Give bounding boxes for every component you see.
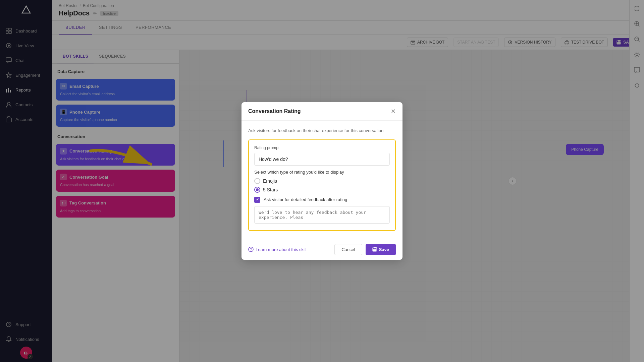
modal: Conversation Rating ✕ Ask visitors for f…	[241, 102, 402, 260]
modal-title: Conversation Rating	[248, 108, 301, 114]
modal-close-button[interactable]: ✕	[391, 108, 396, 115]
rating-type-label: Select which type of rating you'd like t…	[254, 170, 390, 175]
save-modal-icon	[372, 247, 377, 252]
learn-more-label: Learn more about this skill	[256, 247, 307, 252]
rating-type-group: Select which type of rating you'd like t…	[254, 170, 390, 193]
five-stars-radio-circle	[254, 187, 260, 193]
modal-actions: Cancel Save	[334, 244, 396, 255]
detailed-feedback-checkbox	[254, 197, 260, 203]
svg-rect-32	[374, 247, 376, 248]
modal-save-label: Save	[379, 247, 389, 252]
radio-emojis[interactable]: Emojis	[254, 178, 390, 184]
emojis-label: Emojis	[263, 178, 277, 184]
svg-rect-33	[373, 249, 376, 251]
five-stars-label: 5 Stars	[263, 187, 278, 192]
emojis-radio-circle	[254, 178, 260, 184]
cancel-button[interactable]: Cancel	[334, 244, 362, 255]
checkbox-label: Ask visitor for detailed feedback after …	[264, 197, 347, 202]
rating-prompt-input[interactable]	[254, 153, 390, 166]
modal-description: Ask visitors for feedback on their chat …	[248, 127, 396, 134]
modal-header: Conversation Rating ✕	[241, 102, 402, 121]
modal-footer: ? Learn more about this skill Cancel Sav…	[241, 239, 402, 260]
modal-overlay[interactable]: Conversation Rating ✕ Ask visitors for f…	[0, 0, 644, 362]
modal-save-button[interactable]: Save	[366, 244, 396, 255]
modal-body: Ask visitors for feedback on their chat …	[241, 121, 402, 239]
svg-text:?: ?	[250, 248, 252, 251]
learn-more-link[interactable]: ? Learn more about this skill	[248, 247, 307, 252]
rating-prompt-label: Rating prompt	[254, 145, 390, 150]
radio-five-stars[interactable]: 5 Stars	[254, 187, 390, 193]
feedback-textarea[interactable]	[254, 206, 390, 224]
highlighted-section: Rating prompt Select which type of ratin…	[248, 139, 396, 231]
help-icon: ?	[248, 247, 254, 252]
detailed-feedback-checkbox-row[interactable]: Ask visitor for detailed feedback after …	[254, 197, 390, 203]
